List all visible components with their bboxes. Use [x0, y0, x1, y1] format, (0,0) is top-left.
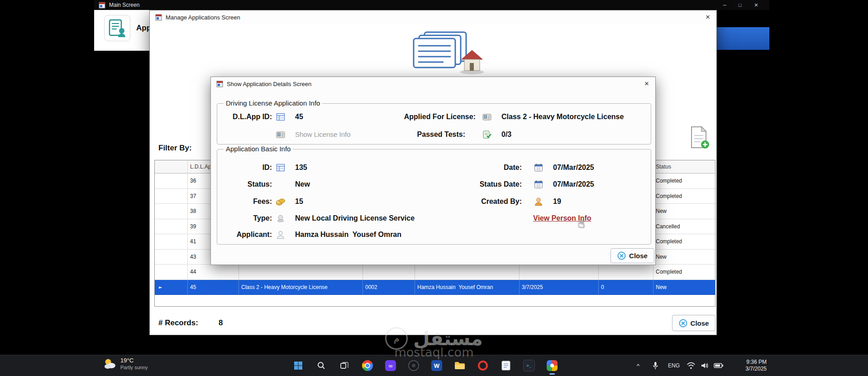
- grid-header-status[interactable]: Status: [653, 160, 715, 173]
- manage-close-icon[interactable]: ×: [706, 12, 710, 22]
- dark-terminal-app-icon[interactable]: >_: [523, 360, 535, 371]
- calendar-icon: [534, 179, 544, 189]
- close-circle-icon: [617, 251, 626, 260]
- status-value: New: [295, 179, 310, 189]
- basic-group-label: Application Basic Info: [224, 145, 293, 153]
- main-window-header-band: Applications: [94, 10, 149, 51]
- volume-icon[interactable]: [699, 355, 710, 376]
- type-label: Type:: [215, 213, 272, 223]
- cell-count: 0: [599, 280, 653, 295]
- clock-widget[interactable]: 9:36 PM 3/7/2025: [730, 355, 767, 376]
- mouse-cursor: ☝: [577, 217, 585, 230]
- cell-status: Completed: [653, 265, 715, 280]
- microphone-icon[interactable]: [650, 355, 661, 376]
- main-window-icon: [99, 2, 105, 9]
- details-close-button[interactable]: Close: [610, 248, 654, 263]
- form-grid-icon: [276, 163, 286, 173]
- battery-icon[interactable]: [712, 355, 725, 376]
- maximize-button[interactable]: □: [733, 0, 747, 10]
- cell-code: 0002: [363, 280, 415, 295]
- applications-icon[interactable]: [104, 15, 130, 41]
- license-card-icon: [482, 112, 492, 122]
- details-titlebar: Show Application Details Screen ×: [211, 77, 655, 91]
- manage-window-title: Manage Applications Screen: [166, 14, 240, 21]
- minimize-button[interactable]: –: [718, 0, 731, 10]
- status-date-value: 07/Mar/2025: [553, 179, 594, 189]
- id-label: ID:: [215, 163, 272, 173]
- license-group-label: Driving License Application Info: [224, 99, 322, 107]
- tray-time: 9:36 PM: [746, 359, 767, 366]
- chrome-icon[interactable]: [362, 360, 373, 371]
- status-label: Status:: [215, 179, 272, 189]
- form-grid-icon: [276, 112, 286, 122]
- current-row-marker-icon: ►: [157, 285, 162, 289]
- taskbar-app-icons: ∞ W >_: [292, 355, 558, 376]
- add-record-icon[interactable]: [690, 126, 711, 149]
- close-button-label: Close: [629, 252, 648, 260]
- person-icon: [534, 197, 544, 207]
- main-window-titlebar: Main Screen – □ ×: [94, 0, 769, 10]
- cell-name: Hamza Hussain Yousef Omran: [415, 280, 520, 295]
- id-value: 135: [295, 163, 307, 173]
- main-window-title: Main Screen: [109, 2, 139, 8]
- wifi-icon[interactable]: [685, 355, 697, 376]
- weather-condition: Partly sunny: [120, 364, 148, 371]
- applied-for-license-label: Applied For License:: [365, 112, 476, 122]
- cell-status: Completed: [653, 174, 715, 188]
- dl-app-id-value: 45: [295, 112, 303, 122]
- cell-status: Completed: [653, 189, 715, 204]
- dark-circle-app-icon[interactable]: [408, 360, 420, 371]
- cell-status: New: [653, 280, 715, 295]
- weather-icon: [103, 357, 117, 370]
- file-explorer-icon[interactable]: [454, 360, 466, 371]
- grid-row[interactable]: 44 Completed: [155, 265, 715, 280]
- taskbar: 19°C Partly sunny ∞ W: [0, 355, 868, 376]
- show-license-info-label: Show License Info: [295, 130, 351, 140]
- cell-status: New: [653, 250, 715, 265]
- passed-tests-value: 0/3: [501, 130, 511, 140]
- cell-date: 3/7/2025: [520, 280, 599, 295]
- cell-id: 45: [188, 280, 239, 295]
- tray-chevron-icon[interactable]: ^: [633, 355, 644, 376]
- filter-by-label: Filter By:: [158, 144, 192, 153]
- records-count-value: 8: [219, 318, 223, 328]
- grid-row-selected[interactable]: ► 45 Class 2 - Heavy Motorcycle License …: [155, 280, 715, 295]
- cell-id: 44: [188, 265, 239, 280]
- cell-status: Cancelled: [653, 219, 715, 234]
- close-button[interactable]: ×: [749, 0, 763, 10]
- date-label: Date:: [428, 163, 522, 173]
- cell-license: Class 2 - Heavy Motorcycle License: [239, 280, 363, 295]
- fees-value: 15: [295, 197, 303, 207]
- tray-date: 3/7/2025: [745, 366, 767, 372]
- word-icon[interactable]: W: [431, 360, 443, 371]
- search-icon[interactable]: [315, 360, 327, 371]
- applicant-value: Hamza Hussain Yousef Omran: [295, 230, 401, 240]
- applicant-icon: [276, 230, 286, 240]
- manage-window-icon: [155, 14, 162, 21]
- language-indicator[interactable]: ENG: [666, 355, 682, 376]
- service-type-icon: [276, 213, 286, 223]
- task-view-icon[interactable]: [339, 360, 350, 371]
- notepad-icon[interactable]: [500, 360, 512, 371]
- red-ring-app-icon[interactable]: [477, 360, 489, 371]
- applied-for-license-value: Class 2 - Heavy Motorcycle License: [501, 112, 624, 122]
- desktop: Main Screen – □ × Applications Mana: [0, 0, 868, 376]
- manage-close-button[interactable]: Close: [672, 315, 715, 331]
- start-button[interactable]: [292, 360, 304, 371]
- status-date-label: Status Date:: [428, 179, 522, 189]
- license-info-icon: [276, 130, 286, 140]
- weather-widget[interactable]: 19°C Partly sunny: [103, 357, 148, 371]
- cell-status: Completed: [653, 234, 715, 249]
- details-close-icon[interactable]: ×: [644, 79, 649, 89]
- purple-app-icon[interactable]: ∞: [385, 360, 396, 371]
- weather-temp: 19°C: [120, 357, 148, 364]
- dl-app-id-label: D.L.App ID:: [215, 112, 272, 122]
- documents-stack-icon: [407, 31, 487, 76]
- application-details-dialog: Show Application Details Screen × Drivin…: [210, 77, 656, 265]
- type-value: New Local Driving License Service: [295, 213, 415, 223]
- main-window-blue-band: [717, 27, 769, 50]
- details-window-icon: [216, 81, 223, 87]
- photos-app-icon[interactable]: [546, 360, 558, 371]
- date-value: 07/Mar/2025: [553, 163, 594, 173]
- applicant-label: Applicant:: [215, 230, 272, 240]
